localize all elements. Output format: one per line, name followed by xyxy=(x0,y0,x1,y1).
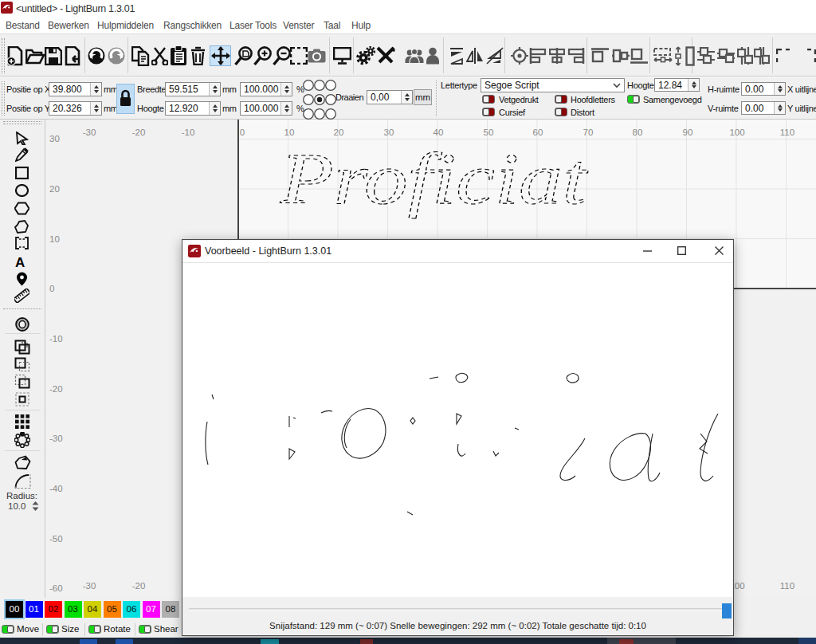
svg-text:10: 10 xyxy=(49,234,60,244)
svg-text:30: 30 xyxy=(49,134,60,143)
svg-text:20: 20 xyxy=(49,184,60,194)
svg-text:110: 110 xyxy=(780,581,794,591)
svg-text:Proficiat: Proficiat xyxy=(280,138,589,219)
svg-text:40: 40 xyxy=(434,128,444,137)
svg-text:-30: -30 xyxy=(83,581,96,591)
svg-text:-10: -10 xyxy=(182,128,195,137)
svg-text:-20: -20 xyxy=(49,384,63,394)
svg-text:80: 80 xyxy=(633,128,643,137)
svg-text:-30: -30 xyxy=(83,128,96,137)
svg-text:90: 90 xyxy=(683,128,693,137)
svg-text:-20: -20 xyxy=(132,128,146,137)
svg-text:-40: -40 xyxy=(49,484,63,493)
svg-text:70: 70 xyxy=(583,128,594,137)
svg-text:-50: -50 xyxy=(49,534,63,544)
svg-text:60: 60 xyxy=(533,128,543,137)
svg-text:20: 20 xyxy=(334,128,344,137)
svg-text:-20: -20 xyxy=(132,581,146,591)
svg-text:-30: -30 xyxy=(49,434,63,443)
svg-text:30: 30 xyxy=(384,128,394,137)
svg-text:100: 100 xyxy=(729,128,744,137)
svg-text:-10: -10 xyxy=(49,334,63,344)
svg-text:0: 0 xyxy=(240,128,245,137)
svg-text:110: 110 xyxy=(780,128,794,137)
svg-text:-60: -60 xyxy=(49,583,63,593)
svg-text:0: 0 xyxy=(49,284,54,293)
svg-text:50: 50 xyxy=(484,128,494,137)
svg-text:10: 10 xyxy=(284,128,295,137)
